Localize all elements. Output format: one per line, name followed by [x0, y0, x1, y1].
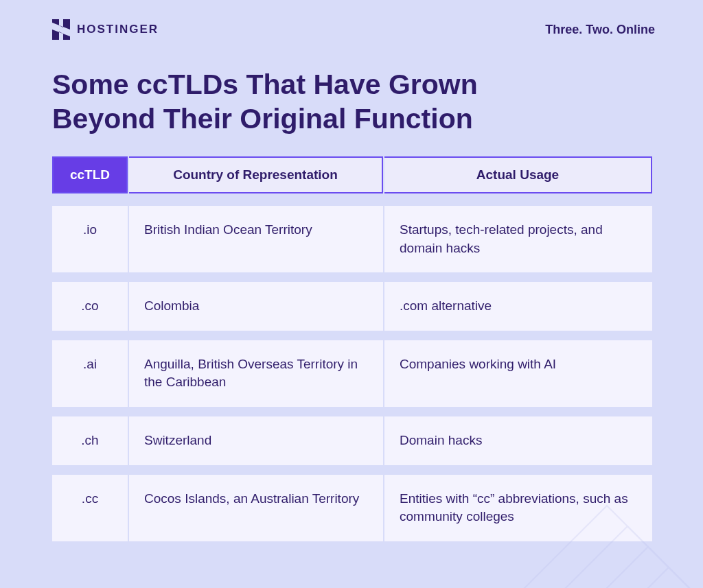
cell-country: Colombia — [129, 282, 383, 331]
cell-usage: Companies working with AI — [384, 340, 652, 407]
table-header-row: ccTLD Country of Representation Actual U… — [52, 156, 651, 193]
col-header-usage: Actual Usage — [384, 156, 652, 193]
brand-name: HOSTINGER — [77, 23, 159, 36]
cell-tld: .ch — [52, 416, 128, 465]
brand-tagline: Three. Two. Online — [545, 23, 655, 37]
brand-logo: HOSTINGER — [52, 19, 159, 40]
page-title: Some ccTLDs That Have Grown Beyond Their… — [52, 67, 588, 136]
table-row: .io British Indian Ocean Territory Start… — [52, 206, 651, 272]
cell-country: Switzerland — [129, 416, 383, 465]
cell-country: Anguilla, British Overseas Territory in … — [129, 340, 383, 407]
col-header-tld: ccTLD — [52, 156, 128, 193]
cell-tld: .co — [52, 282, 128, 331]
table-row: .cc Cocos Islands, an Australian Territo… — [52, 475, 651, 541]
cell-usage: Startups, tech-related projects, and dom… — [384, 206, 652, 272]
table-row: .ai Anguilla, British Overseas Territory… — [52, 340, 651, 407]
col-header-country: Country of Representation — [129, 156, 383, 193]
hostinger-logo-icon — [52, 19, 70, 40]
table-row: .co Colombia .com alternative — [52, 282, 651, 331]
cell-tld: .ai — [52, 340, 128, 407]
table-body: .io British Indian Ocean Territory Start… — [52, 206, 651, 541]
header: HOSTINGER Three. Two. Online — [0, 0, 703, 40]
cell-tld: .io — [52, 206, 128, 272]
cell-tld: .cc — [52, 475, 128, 541]
cell-country: British Indian Ocean Territory — [129, 206, 383, 272]
cctld-table: ccTLD Country of Representation Actual U… — [52, 156, 651, 541]
cell-usage: .com alternative — [384, 282, 652, 331]
cell-usage: Domain hacks — [384, 416, 652, 465]
cell-country: Cocos Islands, an Australian Territory — [129, 475, 383, 541]
table-row: .ch Switzerland Domain hacks — [52, 416, 651, 465]
cell-usage: Entities with “cc” abbreviations, such a… — [384, 475, 652, 541]
